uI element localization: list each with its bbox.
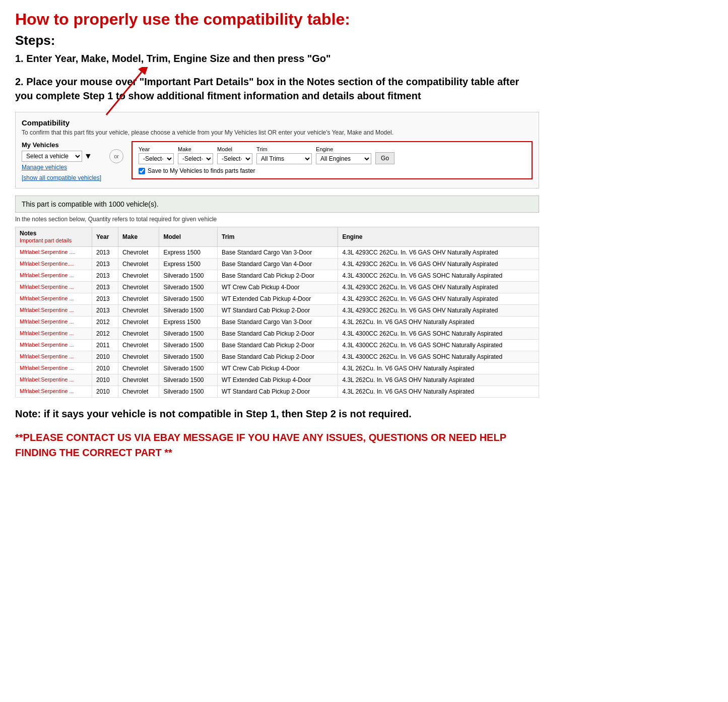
col-notes: Notes Important part details [16,227,92,247]
cell-model: Silverado 1500 [159,340,218,351]
vehicle-select[interactable]: Select a vehicle [22,151,82,162]
engine-label: Engine [316,146,371,152]
compat-header: Compatibility [22,118,533,127]
col-model: Model [159,227,218,247]
year-select[interactable]: -Select- [139,153,174,164]
cell-model: Silverado 1500 [159,293,218,305]
manage-vehicles-link[interactable]: Manage vehicles [22,164,101,171]
engine-field: Engine All Engines [316,146,371,164]
cell-model: Silverado 1500 [159,282,218,293]
compat-subtext: To confirm that this part fits your vehi… [22,129,533,136]
cell-year: 2013 [92,305,118,316]
cell-year: 2010 [92,363,118,374]
contact-text: **PLEASE CONTACT US VIA EBAY MESSAGE IF … [15,430,539,460]
model-field: Model -Select- [217,146,252,164]
cell-year: 2010 [92,386,118,398]
table-row: Mfrlabel:Serpentine ...2010ChevroletSilv… [16,351,539,363]
cell-engine: 4.3L 4300CC 262Cu. In. V6 GAS SOHC Natur… [338,351,539,363]
col-engine: Engine [338,227,539,247]
notes-cell: Mfrlabel:Serpentine ... [16,374,92,386]
cell-engine: 4.3L 4300CC 262Cu. In. V6 GAS SOHC Natur… [338,340,539,351]
table-row: Mfrlabel:Serpentine ...2012ChevroletExpr… [16,316,539,328]
cell-make: Chevrolet [118,259,159,270]
notes-cell: Mfrlabel:Serpentine ... [16,386,92,398]
cell-engine: 4.3L 262Cu. In. V6 GAS OHV Naturally Asp… [338,386,539,398]
cell-make: Chevrolet [118,328,159,340]
year-label: Year [139,146,174,152]
cell-trim: Base Standard Cargo Van 4-Door [217,259,338,270]
notes-cell: Mfrlabel:Serpentine ... [16,316,92,328]
model-select[interactable]: -Select- [217,153,252,164]
cell-engine: 4.3L 4293CC 262Cu. In. V6 GAS OHV Natura… [338,305,539,316]
dropdown-arrow-icon: ▼ [84,152,92,161]
cell-model: Silverado 1500 [159,328,218,340]
col-notes-header: Notes [20,230,36,237]
cell-model: Express 1500 [159,247,218,259]
notes-cell: Mfrlabel:Serpentine ... [16,363,92,374]
cell-make: Chevrolet [118,293,159,305]
make-label: Make [178,146,213,152]
table-row: Mfrlabel:Serpentine ...2013ChevroletSilv… [16,305,539,316]
cell-engine: 4.3L 4300CC 262Cu. In. V6 GAS SOHC Natur… [338,328,539,340]
cell-trim: Base Standard Cab Pickup 2-Door [217,328,338,340]
compatibility-table: Notes Important part details Year Make M… [15,227,539,398]
cell-trim: WT Crew Cab Pickup 4-Door [217,363,338,374]
cell-year: 2011 [92,340,118,351]
save-checkbox-row: Save to My Vehicles to finds parts faste… [139,167,525,174]
model-label: Model [217,146,252,152]
cell-make: Chevrolet [118,247,159,259]
table-row: Mfrlabel:Serpentine ...2012ChevroletSilv… [16,328,539,340]
cell-year: 2013 [92,282,118,293]
trim-field: Trim All Trims [256,146,312,164]
cell-year: 2012 [92,316,118,328]
cell-model: Silverado 1500 [159,386,218,398]
or-divider: or [109,149,123,163]
col-make: Make [118,227,159,247]
cell-model: Silverado 1500 [159,363,218,374]
go-button[interactable]: Go [375,152,394,164]
make-select[interactable]: -Select- [178,153,213,164]
cell-trim: WT Extended Cab Pickup 4-Door [217,374,338,386]
cell-engine: 4.3L 4293CC 262Cu. In. V6 GAS OHV Natura… [338,293,539,305]
cell-make: Chevrolet [118,316,159,328]
cell-year: 2010 [92,351,118,363]
cell-trim: Base Standard Cargo Van 3-Door [217,247,338,259]
notes-cell: Mfrlabel:Serpentine ... [16,340,92,351]
notes-cell: Mfrlabel:Serpentine ... [16,351,92,363]
col-trim: Trim [217,227,338,247]
cell-make: Chevrolet [118,363,159,374]
table-row: Mfrlabel:Serpentine ...2010ChevroletSilv… [16,386,539,398]
compatibility-section: Compatibility To confirm that this part … [15,112,539,188]
cell-year: 2012 [92,328,118,340]
cell-make: Chevrolet [118,351,159,363]
cell-model: Silverado 1500 [159,270,218,282]
notes-cell: Mfrlabel:Serpentine.... [16,259,92,270]
cell-trim: WT Extended Cab Pickup 4-Door [217,293,338,305]
cell-engine: 4.3L 262Cu. In. V6 GAS OHV Naturally Asp… [338,316,539,328]
cell-make: Chevrolet [118,305,159,316]
cell-trim: Base Standard Cab Pickup 2-Door [217,270,338,282]
cell-year: 2010 [92,374,118,386]
compat-count-box: This part is compatible with 1000 vehicl… [15,196,539,213]
cell-engine: 4.3L 4293CC 262Cu. In. V6 GAS OHV Natura… [338,247,539,259]
my-vehicles-section: My Vehicles Select a vehicle ▼ Manage ve… [22,141,101,182]
notes-cell: Mfrlabel:Serpentine ... [16,282,92,293]
show-all-compat-link[interactable]: [show all compatible vehicles] [22,174,101,181]
cell-trim: Base Standard Cab Pickup 2-Door [217,351,338,363]
cell-year: 2013 [92,259,118,270]
ymm-section: Year -Select- Make -Select- Model -Selec… [131,141,533,179]
table-row: Mfrlabel:Serpentine....2013ChevroletExpr… [16,259,539,270]
cell-model: Silverado 1500 [159,305,218,316]
cell-make: Chevrolet [118,386,159,398]
col-year: Year [92,227,118,247]
trim-select[interactable]: All Trims [256,153,312,164]
cell-make: Chevrolet [118,270,159,282]
save-vehicles-checkbox[interactable] [139,168,145,174]
cell-year: 2013 [92,293,118,305]
note-text: Note: if it says your vehicle is not com… [15,407,539,421]
engine-select[interactable]: All Engines [316,153,371,164]
year-field: Year -Select- [139,146,174,164]
step1-text: 1. Enter Year, Make, Model, Trim, Engine… [15,51,539,66]
my-vehicles-label: My Vehicles [22,141,101,149]
cell-trim: Base Standard Cab Pickup 2-Door [217,340,338,351]
